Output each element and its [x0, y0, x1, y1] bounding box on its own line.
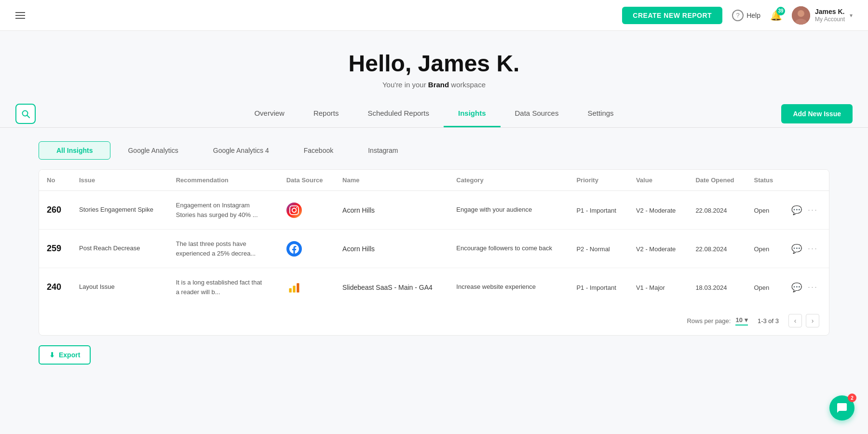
more-options-icon[interactable]: ··· — [808, 205, 818, 215]
avatar — [792, 6, 810, 25]
user-account-label: My Account — [815, 16, 845, 24]
svg-rect-5 — [289, 288, 291, 292]
export-label: Export — [59, 351, 80, 359]
col-issue: Issue — [71, 170, 168, 191]
download-icon: ⬇ — [49, 351, 55, 359]
ga4-icon — [286, 280, 302, 295]
prev-page-button[interactable]: ‹ — [788, 314, 802, 327]
main-nav: Overview Reports Scheduled Reports Insig… — [0, 100, 868, 128]
col-priority: Priority — [569, 170, 628, 191]
row-2-status: Open — [746, 230, 784, 268]
col-name: Name — [335, 170, 448, 191]
help-button[interactable]: ? Help — [732, 10, 760, 21]
row-3-date: 18.03.2024 — [688, 268, 746, 307]
col-recommendation: Recommendation — [168, 170, 279, 191]
row-2-data-source — [279, 230, 335, 268]
row-1-date: 22.08.2024 — [688, 191, 746, 230]
row-3-name: Slidebeast SaaS - Main - GA4 — [335, 268, 448, 307]
pagination-row: Rows per page: 10 ▾ 1-3 of 3 ‹ › — [39, 306, 829, 335]
rows-per-page-select[interactable]: 10 ▾ — [735, 316, 747, 326]
comment-icon[interactable]: 💬 — [791, 205, 802, 216]
row-2-issue: Post Reach Decrease — [71, 230, 168, 268]
tab-all-insights[interactable]: All Insights — [39, 141, 110, 160]
row-3-recommendation: It is a long established fact that a rea… — [168, 268, 279, 307]
user-menu[interactable]: James K. My Account ▾ — [792, 6, 853, 25]
tab-google-analytics[interactable]: Google Analytics — [110, 142, 195, 159]
svg-line-4 — [27, 116, 30, 118]
facebook-icon — [286, 241, 302, 257]
row-2-actions: 💬 ··· — [784, 230, 829, 268]
hero-subtitle: You're in your Brand workspace — [0, 81, 868, 89]
table-header-row: No Issue Recommendation Data Source Name… — [39, 170, 829, 191]
tab-facebook[interactable]: Facebook — [286, 142, 351, 159]
col-actions — [784, 170, 829, 191]
rows-per-page-label: Rows per page: — [687, 317, 731, 325]
page-nav: ‹ › — [788, 314, 819, 327]
row-3-category: Increase website experience — [448, 268, 569, 307]
nav-insights[interactable]: Insights — [444, 100, 501, 127]
hero-subtitle-suffix: workspace — [449, 81, 486, 89]
col-data-source: Data Source — [279, 170, 335, 191]
hamburger-menu[interactable] — [15, 12, 25, 19]
chevron-down-icon: ▾ — [850, 12, 853, 19]
nav-items: Overview Reports Scheduled Reports Insig… — [240, 100, 628, 127]
tab-google-analytics-4[interactable]: Google Analytics 4 — [196, 142, 286, 159]
add-new-issue-button[interactable]: Add New Issue — [781, 104, 853, 123]
row-3-actions: 💬 ··· — [784, 268, 829, 307]
help-label: Help — [746, 12, 760, 19]
col-category: Category — [448, 170, 569, 191]
col-status: Status — [746, 170, 784, 191]
svg-point-1 — [798, 10, 804, 17]
instagram-icon — [286, 203, 302, 218]
more-options-icon[interactable]: ··· — [808, 282, 818, 292]
hero-subtitle-prefix: You're in your — [382, 81, 428, 89]
rows-per-page: Rows per page: 10 ▾ — [687, 316, 748, 326]
row-1-value: V2 - Moderate — [628, 191, 688, 230]
workspace-name: Brand — [428, 81, 449, 89]
row-1-recommendation: Engagement on Instagram Stories has surg… — [168, 191, 279, 230]
rows-per-page-value: 10 — [735, 316, 742, 324]
more-options-icon[interactable]: ··· — [808, 244, 818, 254]
nav-scheduled-reports[interactable]: Scheduled Reports — [353, 100, 444, 127]
nav-settings[interactable]: Settings — [573, 100, 628, 127]
notifications-button[interactable]: 🔔 39 — [770, 10, 782, 21]
sub-tabs: All Insights Google Analytics Google Ana… — [39, 141, 829, 160]
row-1-issue: Stories Engagement Spike — [71, 191, 168, 230]
content-area: All Insights Google Analytics Google Ana… — [0, 128, 868, 378]
col-value: Value — [628, 170, 688, 191]
row-1-category: Engage with your audience — [448, 191, 569, 230]
row-2-value: V2 - Moderate — [628, 230, 688, 268]
topbar: CREATE NEW REPORT ? Help 🔔 39 James K. M… — [0, 0, 868, 31]
tab-instagram[interactable]: Instagram — [351, 142, 415, 159]
row-3-priority: P1 - Important — [569, 268, 628, 307]
create-report-button[interactable]: CREATE NEW REPORT — [622, 7, 722, 24]
next-page-button[interactable]: › — [806, 314, 819, 327]
comment-icon[interactable]: 💬 — [791, 244, 802, 254]
help-icon: ? — [732, 10, 744, 21]
row-1-status: Open — [746, 191, 784, 230]
nav-reports[interactable]: Reports — [299, 100, 353, 127]
row-2-category: Encourage followers to come back — [448, 230, 569, 268]
search-button[interactable] — [15, 104, 36, 124]
row-2-priority: P2 - Normal — [569, 230, 628, 268]
row-3-data-source — [279, 268, 335, 307]
search-icon — [21, 109, 30, 118]
table-row: 259 Post Reach Decrease The last three p… — [39, 230, 829, 268]
comment-icon[interactable]: 💬 — [791, 282, 802, 293]
row-2-no: 259 — [39, 230, 71, 268]
svg-rect-6 — [293, 285, 295, 292]
row-3-issue: Layout Issue — [71, 268, 168, 307]
hero-section: Hello, James K. You're in your Brand wor… — [0, 31, 868, 100]
user-name: James K. — [815, 7, 845, 16]
table-row: 260 Stories Engagement Spike Engagement … — [39, 191, 829, 230]
export-button[interactable]: ⬇ Export — [39, 345, 91, 365]
issues-table: No Issue Recommendation Data Source Name… — [39, 169, 829, 336]
hero-title: Hello, James K. — [0, 50, 868, 77]
notification-badge: 39 — [776, 7, 785, 15]
table-row: 240 Layout Issue It is a long establishe… — [39, 268, 829, 307]
nav-data-sources[interactable]: Data Sources — [501, 100, 573, 127]
row-3-no: 240 — [39, 268, 71, 307]
nav-overview[interactable]: Overview — [240, 100, 299, 127]
row-1-name: Acorn Hills — [335, 191, 448, 230]
row-2-name: Acorn Hills — [335, 230, 448, 268]
